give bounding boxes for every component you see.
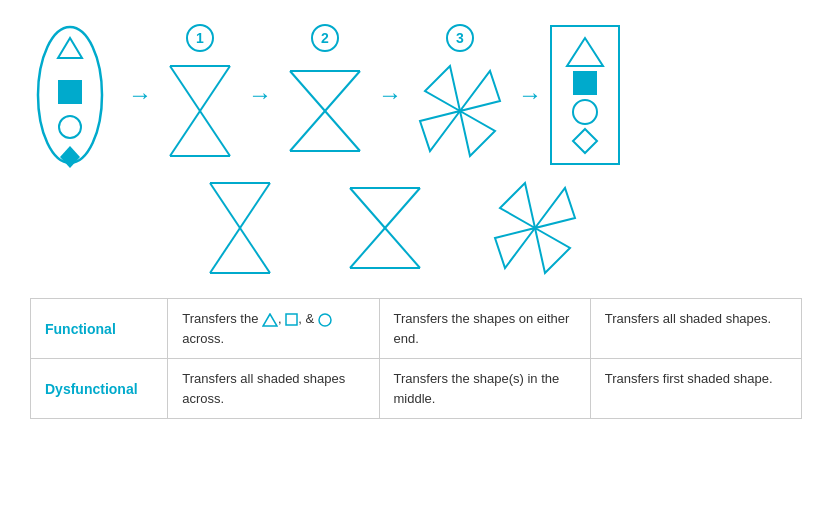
dysfunctional-col2: Transfers the shape(s) in the middle. (379, 359, 590, 419)
svg-line-12 (325, 71, 360, 111)
svg-marker-15 (460, 71, 500, 111)
number-3: 3 (446, 24, 474, 52)
result-triangle (565, 36, 605, 68)
bottom-row (200, 178, 585, 278)
svg-marker-36 (500, 183, 535, 228)
svg-marker-37 (263, 314, 277, 326)
svg-line-31 (350, 228, 385, 268)
svg-marker-1 (58, 38, 82, 58)
svg-marker-22 (573, 129, 597, 153)
svg-point-3 (59, 116, 81, 138)
svg-point-21 (573, 100, 597, 124)
info-table: Functional Transfers the , , & across. T… (30, 298, 802, 419)
result-diamond (571, 127, 599, 155)
svg-line-14 (325, 111, 360, 151)
functional-row: Functional Transfers the , , & across. T… (31, 299, 802, 359)
svg-point-39 (319, 314, 331, 326)
top-row: → 1 → 2 (30, 20, 620, 170)
functional-col1: Transfers the , , & across. (168, 299, 379, 359)
result-circle (571, 98, 599, 126)
triangle-icon-inline (262, 313, 278, 327)
svg-rect-20 (573, 71, 597, 95)
dys-shape-3 (485, 178, 585, 278)
circle-icon-inline (318, 313, 332, 327)
main-container: → 1 → 2 (0, 0, 832, 523)
dys-shape-1 (200, 178, 280, 278)
functional-label: Functional (31, 299, 168, 359)
arrow-4: → (510, 81, 550, 109)
svg-marker-17 (420, 111, 460, 151)
number-2: 2 (311, 24, 339, 52)
oval-icon (30, 20, 110, 170)
svg-marker-34 (535, 228, 570, 273)
svg-line-30 (385, 188, 420, 228)
arrow-1: → (120, 81, 160, 109)
functional-col3: Transfers all shaded shapes. (590, 299, 801, 359)
square-icon-inline (285, 313, 298, 326)
arrow-3: → (370, 81, 410, 109)
svg-marker-4 (60, 146, 80, 168)
dys-shape-2 (340, 178, 430, 278)
svg-line-29 (350, 188, 385, 228)
svg-rect-2 (58, 80, 82, 104)
dysfunctional-label: Dysfunctional (31, 359, 168, 419)
dysfunctional-row: Dysfunctional Transfers all shaded shape… (31, 359, 802, 419)
number-1: 1 (186, 24, 214, 52)
result-box (550, 25, 620, 165)
arrow-2: → (240, 81, 280, 109)
svg-line-13 (290, 111, 325, 151)
shape-group-3: 3 (410, 24, 510, 166)
svg-marker-18 (425, 66, 460, 111)
diagram-area: → 1 → 2 (30, 20, 802, 278)
svg-rect-38 (286, 314, 297, 325)
shape-group-2: 2 (280, 24, 370, 166)
svg-marker-16 (460, 111, 495, 156)
svg-marker-33 (535, 188, 575, 228)
svg-line-11 (290, 71, 325, 111)
result-square (571, 69, 599, 97)
dysfunctional-col3: Transfers first shaded shape. (590, 359, 801, 419)
svg-line-32 (385, 228, 420, 268)
svg-marker-19 (567, 38, 603, 66)
svg-marker-35 (495, 228, 535, 268)
shape-group-1: 1 (160, 24, 240, 166)
dysfunctional-col1: Transfers all shaded shapes across. (168, 359, 379, 419)
functional-col2: Transfers the shapes on either end. (379, 299, 590, 359)
